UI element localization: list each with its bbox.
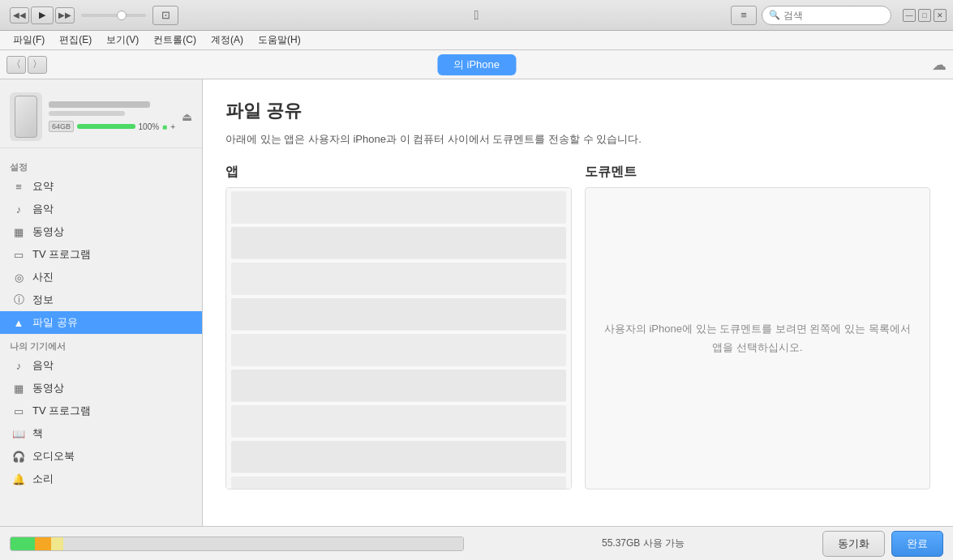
- doc-area: 사용자의 iPhone에 있는 도큐멘트를 보려면 왼쪽에 있는 목록에서 앱을…: [585, 187, 931, 489]
- sidebar-item-summary[interactable]: ≡ 요약: [0, 175, 202, 198]
- menu-help[interactable]: 도움말(H): [251, 32, 307, 49]
- bottom-bar: 55.37GB 사용 가능 동기화 완료: [0, 526, 953, 560]
- sidebar-label-fileshare: 파일 공유: [32, 315, 78, 330]
- list-item[interactable]: [231, 191, 566, 224]
- list-item[interactable]: [231, 441, 566, 473]
- nav-arrows: 〈 〉: [6, 56, 47, 74]
- page-description: 아래에 있는 앱은 사용자의 iPhone과 이 컴퓨터 사이에서 도큐멘트를 …: [225, 131, 930, 147]
- search-box: 🔍: [762, 6, 891, 25]
- menu-edit[interactable]: 편집(E): [53, 32, 98, 49]
- device-thumbnail: [10, 92, 42, 141]
- list-item[interactable]: [231, 477, 566, 489]
- device-meta: 64GB 100% ■ +: [49, 101, 175, 132]
- sidebar-item-myvideo[interactable]: ▦ 동영상: [0, 377, 202, 400]
- volume-thumb[interactable]: [117, 11, 127, 20]
- minimize-button[interactable]: —: [903, 9, 916, 22]
- device-info: 64GB 100% ■ + ⏏: [0, 86, 202, 148]
- play-button[interactable]: ▶: [31, 6, 54, 24]
- sidebar-label-mybooks: 책: [32, 426, 43, 441]
- nav-back-button[interactable]: 〈: [6, 56, 26, 74]
- storage-bar: [77, 124, 135, 129]
- storage-percent: 100%: [139, 122, 160, 131]
- sidebar-item-fileshare[interactable]: ▲ 파일 공유: [0, 311, 202, 334]
- search-icon: 🔍: [769, 10, 780, 20]
- close-button[interactable]: ✕: [934, 9, 947, 22]
- list-item[interactable]: [231, 298, 566, 331]
- playback-controls: ◀◀ ▶ ▶▶: [10, 6, 75, 24]
- sidebar-item-music[interactable]: ♪ 음악: [0, 198, 202, 220]
- search-input[interactable]: [783, 10, 884, 21]
- sidebar-label-summary: 요약: [32, 179, 54, 194]
- menu-controls[interactable]: 컨트롤(C): [147, 32, 203, 49]
- sidebar-item-mysound[interactable]: 🔔 소리: [0, 468, 202, 490]
- myaudio-icon: 🎧: [11, 451, 26, 463]
- sidebar-label-photos: 사진: [32, 270, 54, 284]
- icloud-icon[interactable]: ☁: [932, 56, 947, 74]
- info-icon: ⓘ: [11, 293, 26, 307]
- sidebar-item-mytv[interactable]: ▭ TV 프로그램: [0, 400, 202, 422]
- sidebar-label-mysound: 소리: [32, 472, 54, 486]
- menu-view[interactable]: 보기(V): [100, 32, 145, 49]
- list-item[interactable]: [231, 227, 566, 259]
- sidebar-item-photos[interactable]: ◎ 사진: [0, 266, 202, 289]
- eject-button[interactable]: ⏏: [182, 110, 192, 123]
- sidebar-section-mydevice: 나의 기기에서: [0, 334, 202, 354]
- sidebar-label-myaudio: 오디오북: [32, 449, 75, 464]
- sidebar-label-mytv: TV 프로그램: [32, 404, 91, 418]
- app-list[interactable]: [225, 187, 572, 489]
- doc-column: 도큐멘트 사용자의 iPhone에 있는 도큐멘트를 보려면 왼쪽에 있는 목록…: [585, 164, 931, 490]
- airplay-button[interactable]: ⊡: [152, 6, 178, 25]
- done-button[interactable]: 완료: [891, 531, 943, 557]
- sidebar-item-mymusic[interactable]: ♪ 음악: [0, 354, 202, 377]
- myvideo-icon: ▦: [11, 383, 26, 395]
- sidebar-label-tv: TV 프로그램: [32, 247, 91, 262]
- list-item[interactable]: [231, 370, 566, 402]
- mymusic-icon: ♪: [11, 360, 26, 372]
- apple-logo-icon: : [474, 8, 479, 23]
- menu-bar: 파일(F) 편집(E) 보기(V) 컨트롤(C) 계정(A) 도움말(H): [0, 31, 953, 50]
- music-icon: ♪: [11, 203, 26, 216]
- device-name-bar: [49, 101, 150, 108]
- menu-account[interactable]: 계정(A): [204, 32, 250, 49]
- doc-placeholder-text: 사용자의 iPhone에 있는 도큐멘트를 보려면 왼쪽에 있는 목록에서 앱을…: [586, 303, 930, 374]
- list-item[interactable]: [231, 263, 566, 295]
- sidebar-item-video[interactable]: ▦ 동영상: [0, 220, 202, 243]
- app-column: 앱: [225, 164, 572, 490]
- doc-column-header: 도큐멘트: [585, 164, 931, 181]
- fast-forward-button[interactable]: ▶▶: [55, 7, 75, 24]
- sidebar-item-tv[interactable]: ▭ TV 프로그램: [0, 243, 202, 266]
- sidebar-label-video: 동영상: [32, 224, 64, 239]
- mytv-icon: ▭: [11, 405, 26, 417]
- rewind-button[interactable]: ◀◀: [10, 7, 29, 24]
- sidebar-item-myaudio[interactable]: 🎧 오디오북: [0, 445, 202, 468]
- storage-bar-fill: [77, 124, 135, 129]
- sidebar-label-myvideo: 동영상: [32, 381, 64, 395]
- storage-label: 64GB: [49, 121, 74, 132]
- list-item[interactable]: [231, 405, 566, 438]
- sidebar-item-info[interactable]: ⓘ 정보: [0, 289, 202, 311]
- sidebar-item-mybooks[interactable]: 📖 책: [0, 422, 202, 445]
- storage-status-icon: ■: [162, 122, 167, 131]
- storage-plus-icon: +: [170, 122, 175, 131]
- volume-slider[interactable]: [81, 14, 146, 17]
- mybooks-icon: 📖: [11, 428, 26, 440]
- main-layout: 64GB 100% ■ + ⏏ 설정 ≡ 요약 ♪ 음악 ▦ 동영상: [0, 79, 953, 526]
- list-item[interactable]: [231, 334, 566, 366]
- title-bar: ◀◀ ▶ ▶▶ ⊡  ≡ 🔍 — □ ✕: [0, 0, 953, 31]
- storage-music-segment: [11, 537, 35, 550]
- device-tab[interactable]: 의 iPhone: [437, 54, 516, 75]
- sync-button[interactable]: 동기화: [822, 531, 885, 557]
- title-bar-right: ≡ 🔍 — □ ✕: [731, 6, 947, 25]
- nav-forward-button[interactable]: 〉: [28, 56, 47, 74]
- content-area: 파일 공유 아래에 있는 앱은 사용자의 iPhone과 이 컴퓨터 사이에서 …: [203, 79, 953, 526]
- list-view-button[interactable]: ≡: [731, 6, 757, 25]
- page-title: 파일 공유: [225, 99, 930, 123]
- tv-icon: ▭: [11, 249, 26, 261]
- sidebar-label-info: 정보: [32, 293, 54, 307]
- maximize-button[interactable]: □: [918, 9, 931, 22]
- sidebar-section-settings: 설정: [0, 155, 202, 175]
- device-name-bar2: [49, 111, 125, 116]
- menu-file[interactable]: 파일(F): [6, 32, 51, 49]
- window-controls: — □ ✕: [903, 9, 947, 22]
- mysound-icon: 🔔: [11, 473, 26, 485]
